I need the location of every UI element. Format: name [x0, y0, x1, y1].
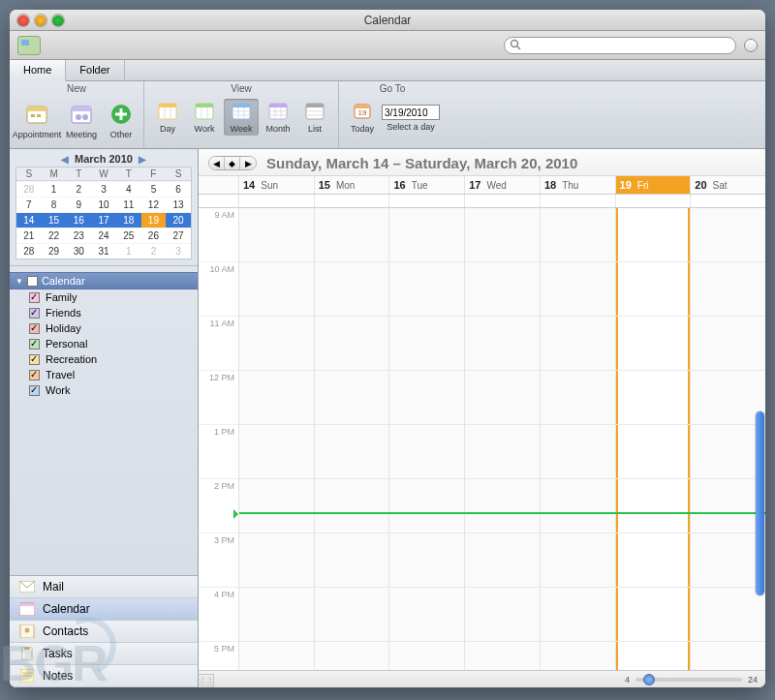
contacts-icon	[19, 624, 35, 638]
calendar-item-label: Personal	[46, 338, 87, 350]
day-column[interactable]	[315, 208, 390, 670]
bottom-nav-notes[interactable]: Notes	[10, 665, 198, 687]
meeting-button[interactable]: Meeting	[60, 99, 103, 141]
day-header[interactable]: 20 Sat	[691, 176, 765, 194]
calendar-item[interactable]: Family	[10, 289, 198, 305]
other-button[interactable]: Other	[105, 99, 138, 141]
mini-cal-prev[interactable]: ◀	[61, 154, 69, 165]
mini-cal-day[interactable]: 2	[141, 243, 167, 259]
bottom-nav-calendar[interactable]: Calendar	[10, 598, 198, 621]
calendar-item[interactable]: Recreation	[10, 351, 198, 367]
mini-cal-day[interactable]: 13	[166, 197, 191, 212]
date-input[interactable]	[382, 105, 440, 120]
calendar-view-icon	[304, 101, 326, 122]
calendar-item[interactable]: Holiday	[10, 320, 198, 336]
view-day-button[interactable]: Day	[150, 99, 185, 136]
svg-rect-4	[31, 114, 35, 117]
vertical-scrollbar[interactable]	[756, 411, 764, 595]
calendar-item[interactable]: Work	[10, 382, 198, 398]
checkbox-icon[interactable]	[29, 339, 40, 350]
mini-cal-day[interactable]: 17	[91, 212, 116, 228]
mini-cal-day[interactable]: 19	[141, 212, 167, 228]
mini-cal-day[interactable]: 20	[166, 212, 191, 228]
mini-cal-day[interactable]: 28	[16, 243, 42, 259]
mini-cal-day[interactable]: 31	[91, 243, 116, 259]
bottom-nav-tasks[interactable]: Tasks	[10, 643, 198, 665]
day-header[interactable]: 16 Tue	[389, 176, 465, 194]
bottom-nav-contacts[interactable]: Contacts	[10, 621, 198, 643]
mini-cal-day[interactable]: 1	[116, 243, 141, 259]
view-list-button[interactable]: List	[297, 99, 332, 136]
day-header[interactable]: 18 Thu	[541, 176, 616, 194]
day-column[interactable]	[616, 208, 692, 670]
day-column[interactable]	[541, 208, 616, 670]
mini-cal-day[interactable]: 11	[116, 197, 141, 212]
calendar-item[interactable]: Personal	[10, 336, 198, 351]
zoom-slider[interactable]	[636, 678, 742, 682]
mini-cal-day[interactable]: 4	[116, 181, 141, 197]
mini-cal-day[interactable]: 16	[66, 212, 91, 228]
mini-cal-day[interactable]: 15	[42, 212, 67, 228]
week-prev-button[interactable]: ◀	[209, 157, 225, 169]
checkbox-icon[interactable]	[29, 370, 40, 380]
calendar-item[interactable]: Friends	[10, 305, 198, 320]
zoom-thumb[interactable]	[643, 674, 655, 685]
bottom-nav-mail[interactable]: Mail	[10, 576, 198, 598]
view-month-button[interactable]: Month	[261, 99, 295, 136]
checkbox-icon[interactable]	[29, 308, 40, 319]
view-work-button[interactable]: Work	[187, 99, 222, 136]
week-grid[interactable]: 9 AM10 AM11 AM12 PM1 PM2 PM3 PM4 PM5 PM	[199, 208, 765, 670]
sidebar-grip[interactable]: ⋮⋮	[199, 674, 214, 687]
mini-cal-day[interactable]: 2	[66, 181, 91, 197]
mini-cal-day[interactable]: 6	[166, 181, 191, 197]
view-week-button[interactable]: Week	[224, 99, 259, 136]
toolbar-pill-button[interactable]	[744, 39, 758, 52]
week-today-button[interactable]: ◆	[225, 157, 240, 169]
today-button[interactable]: 19 Today	[345, 99, 380, 136]
calendar-list-header[interactable]: ▼ Calendar	[10, 272, 198, 289]
mini-cal-day[interactable]: 25	[116, 228, 141, 243]
mini-cal-day[interactable]: 22	[42, 228, 67, 243]
checkbox-icon[interactable]	[29, 292, 40, 303]
calendar-item-label: Holiday	[46, 322, 81, 334]
mini-cal-day[interactable]: 10	[91, 197, 116, 212]
mini-cal-day[interactable]: 26	[141, 228, 167, 243]
mini-cal-day[interactable]: 7	[16, 197, 42, 212]
day-header[interactable]: 14 Sun	[239, 176, 315, 194]
checkbox-icon[interactable]	[29, 354, 40, 365]
mini-cal-day[interactable]: 21	[16, 228, 42, 243]
day-column[interactable]	[465, 208, 541, 670]
day-header[interactable]: 17 Wed	[465, 176, 541, 194]
mini-cal-day[interactable]: 8	[42, 197, 67, 212]
mini-cal-day[interactable]: 27	[166, 228, 191, 243]
mini-cal-day[interactable]: 5	[141, 181, 167, 197]
mini-cal-day[interactable]: 3	[91, 181, 116, 197]
checkbox-icon[interactable]	[29, 323, 40, 334]
search-input[interactable]	[504, 37, 736, 54]
appointment-button[interactable]: Appointment	[16, 99, 58, 141]
calendar-item[interactable]: Travel	[10, 367, 198, 382]
disclosure-triangle-icon: ▼	[16, 277, 23, 286]
mini-cal-day[interactable]: 1	[42, 181, 67, 197]
day-column[interactable]	[691, 208, 765, 670]
mini-cal-day[interactable]: 3	[166, 243, 191, 259]
day-header[interactable]: 15 Mon	[315, 176, 390, 194]
mini-cal-day[interactable]: 14	[16, 212, 42, 228]
mini-cal-next[interactable]: ▶	[139, 154, 146, 165]
mini-cal-day[interactable]: 23	[66, 228, 91, 243]
mini-cal-day[interactable]: 30	[66, 243, 91, 259]
mini-cal-day[interactable]: 28	[16, 181, 42, 197]
checkbox-icon[interactable]	[27, 276, 38, 287]
day-header[interactable]: 19 Fri	[616, 176, 692, 194]
day-column[interactable]	[389, 208, 465, 670]
mini-cal-day[interactable]: 12	[141, 197, 167, 212]
day-column[interactable]	[239, 208, 315, 670]
mini-cal-day[interactable]: 9	[66, 197, 91, 212]
ribbon-tab-home[interactable]: Home	[10, 60, 66, 81]
mini-cal-day[interactable]: 18	[116, 212, 141, 228]
checkbox-icon[interactable]	[29, 385, 40, 396]
mini-cal-day[interactable]: 29	[42, 243, 67, 259]
week-next-button[interactable]: ▶	[240, 157, 256, 169]
mini-cal-day[interactable]: 24	[91, 228, 116, 243]
ribbon-tab-folder[interactable]: Folder	[66, 60, 124, 80]
